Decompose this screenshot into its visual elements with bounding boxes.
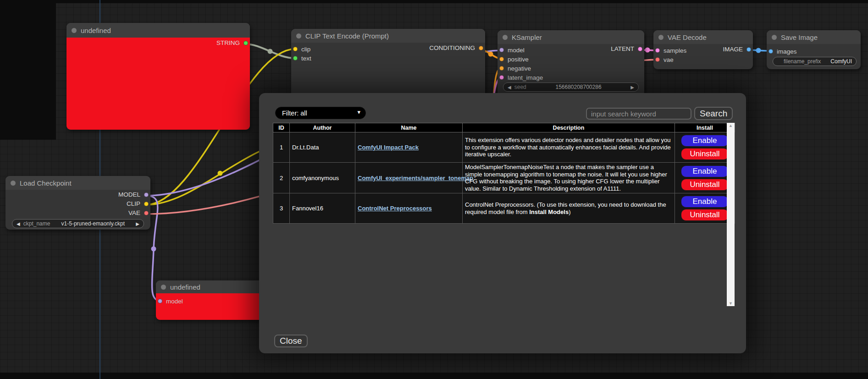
port-label: model xyxy=(166,298,183,305)
port-label: CLIP xyxy=(127,200,140,207)
widget-value[interactable]: v1-5-pruned-emaonly.ckpt xyxy=(53,220,133,227)
input-model[interactable]: model xyxy=(156,297,271,306)
collapse-dot-icon[interactable] xyxy=(772,35,777,40)
extension-link[interactable]: ComfyUI Impact Pack xyxy=(358,144,419,151)
output-latent[interactable]: LATENT xyxy=(611,45,642,52)
node-title: Load Checkpoint xyxy=(20,179,72,187)
node-title-bar[interactable]: undefined xyxy=(66,23,250,38)
wire-dot-latent xyxy=(645,48,650,53)
port-label: LATENT xyxy=(611,45,634,52)
increment-arrow-icon[interactable]: ▶ xyxy=(630,85,634,90)
port-label: STRING xyxy=(216,39,240,46)
prev-arrow-icon[interactable]: ◀ xyxy=(17,221,20,226)
output-string[interactable]: STRING xyxy=(216,39,248,46)
widget-value[interactable]: ComfyUI xyxy=(830,58,852,65)
node-title-bar[interactable]: Load Checkpoint xyxy=(6,176,150,190)
widget-value[interactable]: 156680208700286 xyxy=(530,84,628,90)
output-vae[interactable]: VAE xyxy=(128,209,149,216)
input-text[interactable]: text xyxy=(291,54,485,63)
latent-port-icon[interactable] xyxy=(655,48,660,53)
port-label: positive xyxy=(508,56,529,63)
extension-link[interactable]: ComfyUI_experiments/sampler_tonemap xyxy=(358,175,473,181)
node-title-bar[interactable]: VAE Decode xyxy=(653,30,753,44)
node-undefined-top[interactable]: undefined STRING xyxy=(66,23,250,130)
port-label: CONDITIONING xyxy=(429,44,475,51)
decrement-arrow-icon[interactable]: ◀ xyxy=(508,85,511,90)
extension-link[interactable]: ControlNet Preprocessors xyxy=(358,205,432,212)
uninstall-button[interactable]: Uninstall xyxy=(681,179,729,191)
table-row: 3 Fannovel16 ControlNet Preprocessors Co… xyxy=(273,193,735,224)
collapse-dot-icon[interactable] xyxy=(72,28,77,33)
node-save-image[interactable]: Save Image images filename_prefix ComfyU… xyxy=(767,30,861,69)
model-port-icon[interactable] xyxy=(158,299,162,303)
conditioning-port-icon[interactable] xyxy=(499,66,504,71)
extension-table: ID Author Name Description Install 1 Dr.… xyxy=(273,123,735,224)
port-label: vae xyxy=(663,56,674,63)
node-load-checkpoint[interactable]: Load Checkpoint MODEL CLIP VAE ◀ ckpt_na… xyxy=(6,176,150,230)
table-row: 1 Dr.Lt.Data ComfyUI Impact Pack This ex… xyxy=(273,132,735,163)
cell-author: comfyanonymous xyxy=(290,163,355,193)
latent-port-icon[interactable] xyxy=(499,75,504,80)
input-latent-image[interactable]: latent_image xyxy=(498,73,644,82)
enable-button[interactable]: Enable xyxy=(681,165,729,177)
scroll-up-icon[interactable]: ▲ xyxy=(729,123,733,128)
col-header-description: Description xyxy=(463,123,675,132)
text-port-icon[interactable] xyxy=(293,56,298,60)
uninstall-button[interactable]: Uninstall xyxy=(681,148,729,160)
port-label: text xyxy=(301,55,311,62)
clip-port-icon[interactable] xyxy=(144,202,149,206)
description-bold: Install Models xyxy=(529,209,569,215)
enable-button[interactable]: Enable xyxy=(681,135,729,147)
output-conditioning[interactable]: CONDITIONING xyxy=(429,44,483,51)
model-port-icon[interactable] xyxy=(144,192,149,197)
collapse-dot-icon[interactable] xyxy=(503,35,508,40)
node-title-bar[interactable]: undefined xyxy=(156,280,271,293)
uninstall-button[interactable]: Uninstall xyxy=(681,209,729,221)
ckpt-name-widget[interactable]: ◀ ckpt_name v1-5-pruned-emaonly.ckpt ▶ xyxy=(12,219,144,228)
input-vae[interactable]: vae xyxy=(653,55,753,64)
cell-id: 1 xyxy=(273,132,290,163)
collapse-dot-icon[interactable] xyxy=(11,181,16,186)
search-button[interactable]: Search xyxy=(694,107,733,120)
output-image[interactable]: IMAGE xyxy=(723,46,751,53)
filter-select[interactable]: Filter: all xyxy=(275,107,366,119)
collapse-dot-icon[interactable] xyxy=(296,33,301,38)
scroll-down-icon[interactable]: ▼ xyxy=(729,301,733,306)
node-title-bar[interactable]: KSampler xyxy=(498,30,644,44)
extension-table-wrap: ID Author Name Description Install 1 Dr.… xyxy=(273,123,735,224)
vae-port-icon[interactable] xyxy=(655,57,660,62)
conditioning-port-icon[interactable] xyxy=(479,46,483,50)
latent-port-icon[interactable] xyxy=(638,47,642,51)
graph-canvas[interactable]: undefined STRING CLIP Text Encode (Promp… xyxy=(0,0,868,379)
next-arrow-icon[interactable]: ▶ xyxy=(136,221,139,226)
node-undefined-bottom[interactable]: undefined model xyxy=(156,280,271,320)
node-vae-decode[interactable]: VAE Decode samples vae IMAGE xyxy=(653,30,753,69)
model-port-icon[interactable] xyxy=(499,48,504,52)
filename-prefix-widget[interactable]: filename_prefix ComfyUI xyxy=(773,57,857,66)
node-title-bar[interactable]: CLIP Text Encode (Prompt) xyxy=(291,29,485,43)
description-tail: ) xyxy=(569,209,570,215)
node-ksampler[interactable]: KSampler model positive negative lat xyxy=(498,30,644,99)
enable-button[interactable]: Enable xyxy=(681,196,729,208)
input-negative[interactable]: negative xyxy=(498,64,644,73)
cell-author: Fannovel16 xyxy=(290,193,355,224)
vae-port-icon[interactable] xyxy=(144,211,149,215)
collapse-dot-icon[interactable] xyxy=(161,285,166,290)
input-images[interactable]: images xyxy=(767,47,861,56)
extension-manager-dialog: Filter: all ▾ Search ID Author Name Desc… xyxy=(259,93,746,353)
seed-widget[interactable]: ◀ seed 156680208700286 ▶ xyxy=(503,82,639,92)
table-scrollbar[interactable]: ▲ ▼ xyxy=(727,123,735,306)
image-port-icon[interactable] xyxy=(768,49,773,54)
collapse-dot-icon[interactable] xyxy=(658,35,663,40)
output-model[interactable]: MODEL xyxy=(118,191,149,198)
image-port-icon[interactable] xyxy=(746,47,751,52)
close-button[interactable]: Close xyxy=(274,335,308,347)
search-input[interactable] xyxy=(586,108,691,120)
conditioning-port-icon[interactable] xyxy=(499,57,504,61)
port-label: images xyxy=(777,48,797,55)
clip-port-icon[interactable] xyxy=(293,47,298,51)
input-positive[interactable]: positive xyxy=(498,55,644,64)
string-port-icon[interactable] xyxy=(243,41,248,45)
node-title-bar[interactable]: Save Image xyxy=(767,30,861,44)
output-clip[interactable]: CLIP xyxy=(127,200,149,207)
